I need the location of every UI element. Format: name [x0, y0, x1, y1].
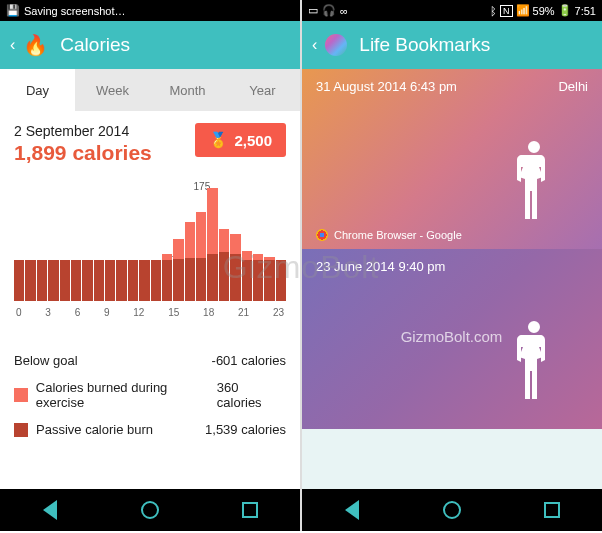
chart-bar: [162, 183, 172, 301]
chart-bar: [219, 183, 229, 301]
chart-bar: [48, 183, 58, 301]
bookmark-location: Delhi: [558, 79, 588, 94]
bookmark-date: 31 August 2014 6:43 pm: [316, 79, 588, 94]
chart-bar: [276, 183, 286, 301]
chart-bar: [71, 183, 81, 301]
chart-bar: [185, 183, 195, 301]
chart-bar: [25, 183, 35, 301]
legend-exercise-icon: [14, 388, 28, 402]
nav-back-button[interactable]: [38, 498, 62, 522]
chrome-icon: [316, 229, 328, 241]
chart-bar: [94, 183, 104, 301]
below-goal-label: Below goal: [14, 353, 78, 368]
nav-home-button[interactable]: [138, 498, 162, 522]
calories-chart: 175 77 03691215182123: [14, 183, 286, 333]
chart-bar: [196, 183, 206, 301]
back-icon[interactable]: ‹: [10, 36, 15, 54]
chart-bar: [14, 183, 24, 301]
goal-badge[interactable]: 🏅 2,500: [195, 123, 286, 157]
nfc-icon: N: [500, 5, 513, 17]
period-tabs: Day Week Month Year: [0, 69, 300, 111]
nav-home-button[interactable]: [440, 498, 464, 522]
phone-left: 💾 Saving screenshot… ‹ 🔥 Calories Day We…: [0, 0, 300, 531]
header-title: Life Bookmarks: [359, 34, 490, 56]
passive-label: Passive calorie burn: [36, 422, 153, 437]
tab-week[interactable]: Week: [75, 69, 150, 111]
chart-bar: [82, 183, 92, 301]
nav-back-button[interactable]: [340, 498, 364, 522]
statusbar-left: 💾 Saving screenshot…: [0, 0, 300, 21]
chart-bar: [173, 183, 183, 301]
navbar-left: [0, 489, 300, 531]
chart-bar: [60, 183, 70, 301]
phone-right: ▭ 🎧 ∞ ᛒ N 📶 59% 🔋 7:51 ‹ Life Bookmarks …: [302, 0, 602, 531]
stats-block: Below goal -601 calories Calories burned…: [14, 347, 286, 443]
exercise-label: Calories burned during exercise: [36, 380, 217, 410]
chart-bar: [105, 183, 115, 301]
disk-icon: 💾: [6, 4, 20, 17]
calories-content: 2 September 2014 1,899 calories 🏅 2,500 …: [0, 111, 300, 489]
battery-text: 59%: [533, 5, 555, 17]
exercise-value: 360 calories: [217, 380, 286, 410]
headset-icon: 🎧: [322, 4, 336, 17]
navbar-right: [302, 489, 602, 531]
signal-icon: 📶: [516, 4, 530, 17]
bookmark-app: Chrome Browser - Google: [316, 229, 462, 241]
statusbar-right: ▭ 🎧 ∞ ᛒ N 📶 59% 🔋 7:51: [302, 0, 602, 21]
bookmark-date: 23 June 2014 9:40 pm: [316, 259, 588, 274]
chart-bar: [128, 183, 138, 301]
chart-bar: [207, 183, 217, 301]
bookmarks-list[interactable]: 31 August 2014 6:43 pm Delhi Chrome Brow…: [302, 69, 602, 489]
goal-value: 2,500: [234, 132, 272, 149]
header-calories: ‹ 🔥 Calories: [0, 21, 300, 69]
clock-text: 7:51: [575, 5, 596, 17]
calories-value: 1,899 calories: [14, 141, 152, 165]
flame-icon: 🔥: [23, 33, 48, 57]
chart-bar: [253, 183, 263, 301]
chart-bar: [230, 183, 240, 301]
person-silhouette-icon: [514, 321, 554, 411]
chart-bar: [37, 183, 47, 301]
date-label: 2 September 2014: [14, 123, 152, 139]
back-icon[interactable]: ‹: [312, 36, 317, 54]
header-title: Calories: [60, 34, 130, 56]
screenshot-icon: ▭: [308, 4, 318, 17]
battery-icon: 🔋: [558, 4, 572, 17]
bookmark-card[interactable]: 31 August 2014 6:43 pm Delhi Chrome Brow…: [302, 69, 602, 249]
chart-bar: [151, 183, 161, 301]
passive-value: 1,539 calories: [205, 422, 286, 437]
tab-day[interactable]: Day: [0, 69, 75, 111]
tab-year[interactable]: Year: [225, 69, 300, 111]
nav-recent-button[interactable]: [238, 498, 262, 522]
bookmark-card[interactable]: 23 June 2014 9:40 pm: [302, 249, 602, 429]
globe-icon: [325, 34, 347, 56]
header-bookmarks: ‹ Life Bookmarks: [302, 21, 602, 69]
below-goal-value: -601 calories: [212, 353, 286, 368]
nav-recent-button[interactable]: [540, 498, 564, 522]
chart-bar: [139, 183, 149, 301]
statusbar-text: Saving screenshot…: [24, 5, 126, 17]
chart-bar: [264, 183, 274, 301]
bluetooth-icon: ᛒ: [490, 5, 497, 17]
chart-bar: [242, 183, 252, 301]
ribbon-icon: 🏅: [209, 131, 228, 149]
tab-month[interactable]: Month: [150, 69, 225, 111]
link-icon: ∞: [340, 5, 348, 17]
chart-bar: [116, 183, 126, 301]
person-silhouette-icon: [514, 141, 554, 231]
legend-passive-icon: [14, 423, 28, 437]
chart-xaxis: 03691215182123: [14, 307, 286, 318]
